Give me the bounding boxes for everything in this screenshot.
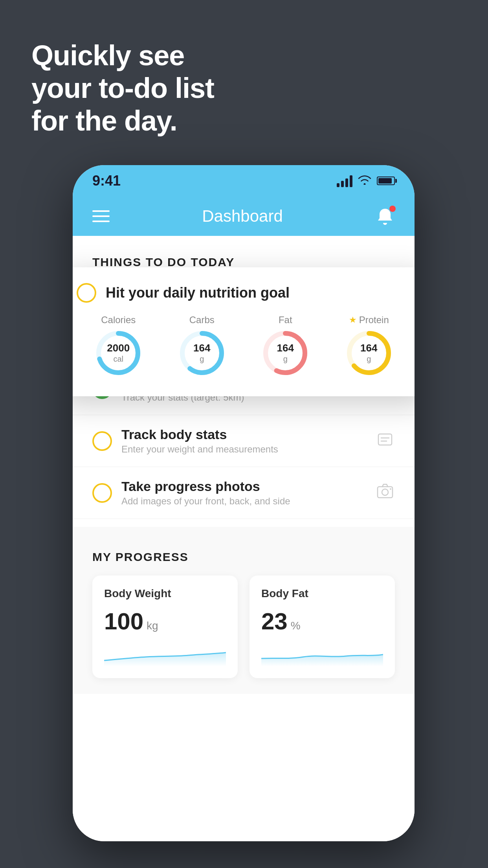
photos-text: Take progress photos Add images of your …	[121, 479, 366, 507]
body-weight-value-row: 100 kg	[104, 608, 226, 635]
calories-value: 2000	[107, 342, 130, 354]
protein-value: 164	[360, 342, 377, 354]
body-weight-unit: kg	[147, 620, 158, 632]
my-progress-title: MY PROGRESS	[92, 550, 395, 564]
notification-button[interactable]	[375, 206, 395, 226]
signal-icon	[337, 175, 352, 187]
body-stats-check-circle[interactable]	[92, 431, 112, 451]
nutrition-calories: Calories 2000 cal	[95, 314, 142, 377]
carbs-donut: 164 g	[178, 329, 226, 377]
todo-item-body-stats[interactable]: Track body stats Enter your weight and m…	[73, 415, 415, 467]
photos-subtitle: Add images of your front, back, and side	[121, 496, 366, 507]
body-fat-number: 23	[261, 608, 288, 635]
carbs-value: 164	[193, 342, 210, 354]
phone-content: THINGS TO DO TODAY Hit your daily nutrit…	[73, 236, 415, 841]
menu-button[interactable]	[92, 210, 110, 222]
notification-badge	[389, 206, 396, 212]
fat-label: Fat	[279, 314, 292, 326]
body-weight-card[interactable]: Body Weight 100 kg	[92, 576, 238, 678]
photos-title: Take progress photos	[121, 479, 366, 494]
todo-item-photos[interactable]: Take progress photos Add images of your …	[73, 467, 415, 519]
battery-icon	[377, 177, 395, 185]
carbs-unit: g	[193, 355, 210, 364]
fat-donut: 164 g	[262, 329, 309, 377]
protein-label: ★Protein	[349, 314, 389, 326]
body-fat-card[interactable]: Body Fat 23 %	[250, 576, 395, 678]
svg-rect-8	[378, 434, 392, 445]
calories-label: Calories	[101, 314, 136, 326]
body-stats-subtitle: Enter your weight and measurements	[121, 444, 366, 455]
body-weight-title: Body Weight	[104, 587, 226, 600]
protein-donut: 164 g	[345, 329, 393, 377]
fat-unit: g	[277, 355, 294, 364]
header-title: Dashboard	[202, 207, 283, 226]
wifi-icon	[358, 174, 371, 188]
calories-donut: 2000 cal	[95, 329, 142, 377]
calories-unit: cal	[107, 355, 130, 364]
protein-unit: g	[360, 355, 377, 364]
progress-cards: Body Weight 100 kg	[92, 576, 395, 678]
fat-value: 164	[277, 342, 294, 354]
phone-mockup: 9:41 Dashboard	[73, 165, 415, 841]
body-fat-value-row: 23 %	[261, 608, 383, 635]
featured-item-title: Hit your daily nutrition goal	[106, 285, 290, 301]
nutrition-protein: ★Protein 164 g	[345, 314, 393, 377]
photos-check-circle[interactable]	[92, 483, 112, 503]
todo-check-circle[interactable]	[77, 283, 96, 303]
body-fat-chart	[261, 643, 383, 666]
star-icon: ★	[349, 315, 357, 325]
my-progress-section: MY PROGRESS Body Weight 100 kg	[73, 527, 415, 694]
photo-icon	[375, 481, 395, 504]
nutrition-fat: Fat 164 g	[262, 314, 309, 377]
body-fat-title: Body Fat	[261, 587, 383, 600]
status-icons	[337, 174, 395, 188]
svg-point-11	[390, 488, 391, 490]
status-time: 9:41	[92, 173, 121, 189]
featured-todo-card[interactable]: Hit your daily nutrition goal Calories 2…	[73, 267, 415, 396]
svg-point-10	[382, 489, 388, 495]
status-bar: 9:41	[73, 165, 415, 197]
hero-text: Quickly see your to-do list for the day.	[31, 39, 214, 137]
body-weight-number: 100	[104, 608, 143, 635]
nutrition-row: Calories 2000 cal Carbs	[77, 314, 411, 377]
nutrition-carbs: Carbs 164 g	[178, 314, 226, 377]
featured-item-row: Hit your daily nutrition goal	[77, 283, 411, 303]
body-stats-title: Track body stats	[121, 427, 366, 442]
body-weight-chart	[104, 643, 226, 666]
scale-icon	[375, 429, 395, 452]
carbs-label: Carbs	[189, 314, 215, 326]
app-header: Dashboard	[73, 197, 415, 236]
body-fat-unit: %	[291, 620, 301, 632]
body-stats-text: Track body stats Enter your weight and m…	[121, 427, 366, 455]
